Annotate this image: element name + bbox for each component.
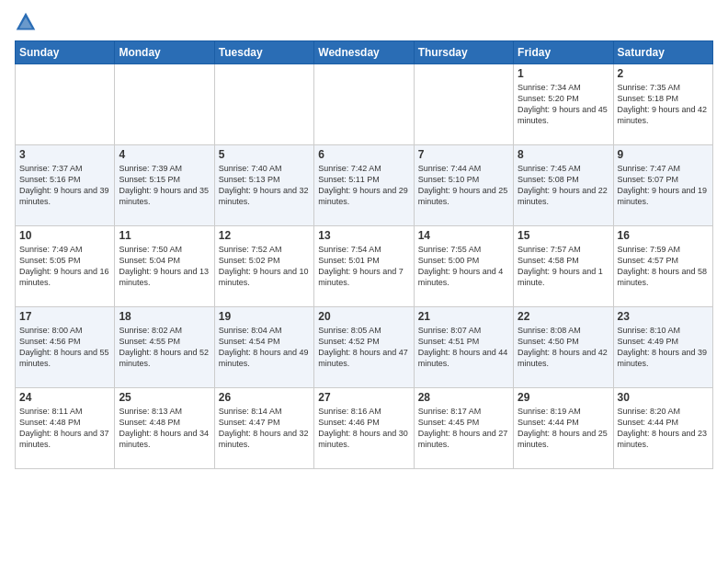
day-info: Sunrise: 7:55 AM Sunset: 5:00 PM Dayligh… [418, 244, 509, 289]
day-number: 16 [618, 229, 709, 242]
day-info: Sunrise: 8:05 AM Sunset: 4:52 PM Dayligh… [318, 325, 409, 370]
day-cell: 14Sunrise: 7:55 AM Sunset: 5:00 PM Dayli… [414, 226, 513, 307]
day-info: Sunrise: 7:47 AM Sunset: 5:07 PM Dayligh… [618, 163, 709, 208]
day-number: 23 [618, 310, 709, 323]
day-cell: 24Sunrise: 8:11 AM Sunset: 4:48 PM Dayli… [16, 388, 115, 469]
day-info: Sunrise: 8:16 AM Sunset: 4:46 PM Dayligh… [318, 406, 409, 451]
day-number: 4 [119, 148, 210, 161]
col-header-wednesday: Wednesday [314, 41, 414, 64]
day-number: 25 [119, 391, 210, 404]
week-row-4: 17Sunrise: 8:00 AM Sunset: 4:56 PM Dayli… [16, 307, 713, 388]
day-cell: 6Sunrise: 7:42 AM Sunset: 5:11 PM Daylig… [314, 145, 414, 226]
day-number: 10 [19, 229, 110, 242]
day-number: 30 [618, 391, 709, 404]
day-cell: 3Sunrise: 7:37 AM Sunset: 5:16 PM Daylig… [16, 145, 115, 226]
day-info: Sunrise: 8:14 AM Sunset: 4:47 PM Dayligh… [219, 406, 310, 451]
day-cell: 20Sunrise: 8:05 AM Sunset: 4:52 PM Dayli… [314, 307, 414, 388]
day-info: Sunrise: 8:00 AM Sunset: 4:56 PM Dayligh… [19, 325, 110, 370]
day-info: Sunrise: 7:52 AM Sunset: 5:02 PM Dayligh… [219, 244, 310, 289]
day-number: 18 [119, 310, 210, 323]
day-cell: 16Sunrise: 7:59 AM Sunset: 4:57 PM Dayli… [613, 226, 712, 307]
day-info: Sunrise: 7:34 AM Sunset: 5:20 PM Dayligh… [518, 82, 609, 127]
day-cell: 27Sunrise: 8:16 AM Sunset: 4:46 PM Dayli… [314, 388, 414, 469]
day-info: Sunrise: 7:49 AM Sunset: 5:05 PM Dayligh… [19, 244, 110, 289]
day-number: 5 [219, 148, 310, 161]
col-header-monday: Monday [115, 41, 214, 64]
day-info: Sunrise: 7:59 AM Sunset: 4:57 PM Dayligh… [618, 244, 709, 289]
day-cell [314, 64, 414, 145]
day-info: Sunrise: 7:54 AM Sunset: 5:01 PM Dayligh… [318, 244, 409, 289]
day-info: Sunrise: 7:50 AM Sunset: 5:04 PM Dayligh… [119, 244, 210, 289]
day-number: 24 [19, 391, 110, 404]
logo-icon [15, 11, 37, 33]
week-row-1: 1Sunrise: 7:34 AM Sunset: 5:20 PM Daylig… [16, 64, 713, 145]
day-cell: 26Sunrise: 8:14 AM Sunset: 4:47 PM Dayli… [214, 388, 313, 469]
day-number: 11 [119, 229, 210, 242]
col-header-thursday: Thursday [414, 41, 513, 64]
page: SundayMondayTuesdayWednesdayThursdayFrid… [0, 0, 728, 563]
day-info: Sunrise: 8:02 AM Sunset: 4:55 PM Dayligh… [119, 325, 210, 370]
day-cell: 25Sunrise: 8:13 AM Sunset: 4:48 PM Dayli… [115, 388, 214, 469]
day-number: 6 [318, 148, 409, 161]
day-number: 21 [418, 310, 509, 323]
day-cell: 4Sunrise: 7:39 AM Sunset: 5:15 PM Daylig… [115, 145, 214, 226]
day-cell [16, 64, 115, 145]
day-info: Sunrise: 8:20 AM Sunset: 4:44 PM Dayligh… [618, 406, 709, 451]
day-number: 1 [518, 67, 609, 80]
day-cell: 29Sunrise: 8:19 AM Sunset: 4:44 PM Dayli… [514, 388, 613, 469]
day-cell: 22Sunrise: 8:08 AM Sunset: 4:50 PM Dayli… [514, 307, 613, 388]
day-info: Sunrise: 7:37 AM Sunset: 5:16 PM Dayligh… [19, 163, 110, 208]
day-number: 2 [618, 67, 709, 80]
col-header-sunday: Sunday [16, 41, 115, 64]
day-info: Sunrise: 7:39 AM Sunset: 5:15 PM Dayligh… [119, 163, 210, 208]
day-info: Sunrise: 8:04 AM Sunset: 4:54 PM Dayligh… [219, 325, 310, 370]
day-number: 13 [318, 229, 409, 242]
day-cell: 18Sunrise: 8:02 AM Sunset: 4:55 PM Dayli… [115, 307, 214, 388]
day-cell [214, 64, 313, 145]
day-number: 22 [518, 310, 609, 323]
day-number: 19 [219, 310, 310, 323]
header [15, 11, 713, 33]
day-cell: 10Sunrise: 7:49 AM Sunset: 5:05 PM Dayli… [16, 226, 115, 307]
logo [15, 11, 40, 33]
day-info: Sunrise: 8:08 AM Sunset: 4:50 PM Dayligh… [518, 325, 609, 370]
day-number: 20 [318, 310, 409, 323]
day-number: 29 [518, 391, 609, 404]
day-number: 7 [418, 148, 509, 161]
day-info: Sunrise: 8:07 AM Sunset: 4:51 PM Dayligh… [418, 325, 509, 370]
day-number: 8 [518, 148, 609, 161]
day-number: 3 [19, 148, 110, 161]
day-info: Sunrise: 8:19 AM Sunset: 4:44 PM Dayligh… [518, 406, 609, 451]
day-number: 17 [19, 310, 110, 323]
day-number: 27 [318, 391, 409, 404]
day-info: Sunrise: 7:44 AM Sunset: 5:10 PM Dayligh… [418, 163, 509, 208]
day-number: 14 [418, 229, 509, 242]
day-info: Sunrise: 8:13 AM Sunset: 4:48 PM Dayligh… [119, 406, 210, 451]
day-cell: 30Sunrise: 8:20 AM Sunset: 4:44 PM Dayli… [613, 388, 712, 469]
day-cell: 13Sunrise: 7:54 AM Sunset: 5:01 PM Dayli… [314, 226, 414, 307]
day-cell: 23Sunrise: 8:10 AM Sunset: 4:49 PM Dayli… [613, 307, 712, 388]
day-cell: 15Sunrise: 7:57 AM Sunset: 4:58 PM Dayli… [514, 226, 613, 307]
day-cell: 7Sunrise: 7:44 AM Sunset: 5:10 PM Daylig… [414, 145, 513, 226]
calendar-header-row: SundayMondayTuesdayWednesdayThursdayFrid… [16, 41, 713, 64]
day-cell: 11Sunrise: 7:50 AM Sunset: 5:04 PM Dayli… [115, 226, 214, 307]
day-cell: 8Sunrise: 7:45 AM Sunset: 5:08 PM Daylig… [514, 145, 613, 226]
col-header-saturday: Saturday [613, 41, 712, 64]
day-info: Sunrise: 8:17 AM Sunset: 4:45 PM Dayligh… [418, 406, 509, 451]
week-row-3: 10Sunrise: 7:49 AM Sunset: 5:05 PM Dayli… [16, 226, 713, 307]
day-info: Sunrise: 7:35 AM Sunset: 5:18 PM Dayligh… [618, 82, 709, 127]
day-number: 9 [618, 148, 709, 161]
week-row-2: 3Sunrise: 7:37 AM Sunset: 5:16 PM Daylig… [16, 145, 713, 226]
day-cell [414, 64, 513, 145]
day-cell: 17Sunrise: 8:00 AM Sunset: 4:56 PM Dayli… [16, 307, 115, 388]
day-number: 15 [518, 229, 609, 242]
day-number: 28 [418, 391, 509, 404]
day-info: Sunrise: 7:40 AM Sunset: 5:13 PM Dayligh… [219, 163, 310, 208]
col-header-friday: Friday [514, 41, 613, 64]
day-info: Sunrise: 7:45 AM Sunset: 5:08 PM Dayligh… [518, 163, 609, 208]
day-cell: 21Sunrise: 8:07 AM Sunset: 4:51 PM Dayli… [414, 307, 513, 388]
col-header-tuesday: Tuesday [214, 41, 313, 64]
day-cell [115, 64, 214, 145]
day-cell: 1Sunrise: 7:34 AM Sunset: 5:20 PM Daylig… [514, 64, 613, 145]
day-cell: 19Sunrise: 8:04 AM Sunset: 4:54 PM Dayli… [214, 307, 313, 388]
